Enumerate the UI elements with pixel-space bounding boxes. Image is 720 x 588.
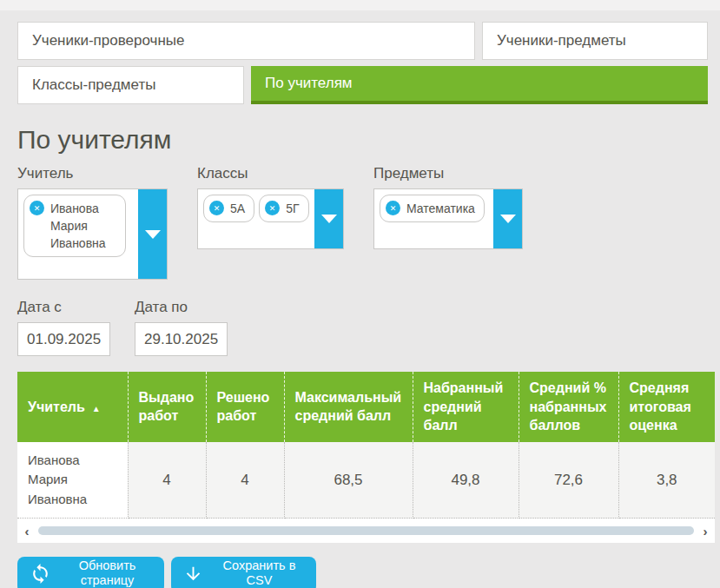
tab-students-tests[interactable]: Ученики-проверочные bbox=[17, 22, 475, 60]
subjects-multiselect[interactable]: ✕ Математика bbox=[373, 188, 523, 249]
sort-asc-icon: ▲ bbox=[92, 404, 101, 413]
table-header-row: Учитель▲ Выдано работ Решено работ Макси… bbox=[17, 372, 715, 442]
teacher-multiselect[interactable]: ✕ Иванова Мария Ивановна bbox=[17, 188, 168, 280]
teachers-report-table: Учитель▲ Выдано работ Решено работ Макси… bbox=[17, 372, 715, 543]
column-header-solved[interactable]: Решено работ bbox=[206, 372, 284, 442]
report-tabs: Ученики-проверочные Ученики-предметы Кла… bbox=[17, 22, 708, 104]
scroll-right-icon[interactable]: › bbox=[699, 524, 711, 538]
download-arrow-icon bbox=[183, 564, 203, 584]
classes-label: Классы bbox=[197, 165, 344, 182]
class-tag-label: 5А bbox=[230, 200, 245, 217]
refresh-icon bbox=[30, 563, 51, 585]
subjects-dropdown-button[interactable] bbox=[493, 189, 522, 248]
scrollbar-thumb[interactable] bbox=[38, 526, 694, 535]
cell-teacher-name: Иванова Мария Ивановна bbox=[17, 442, 128, 519]
cell-avg-percent: 72,6 bbox=[519, 442, 618, 519]
date-from-field: Дата с bbox=[17, 299, 110, 356]
classes-dropdown-button[interactable] bbox=[314, 189, 343, 248]
subject-tag-label: Математика bbox=[406, 200, 475, 217]
teacher-dropdown-button[interactable] bbox=[138, 189, 167, 279]
subjects-label: Предметы bbox=[373, 165, 523, 182]
table-row: Иванова Мария Ивановна 4 4 68,5 49,8 72,… bbox=[17, 442, 715, 519]
tab-classes-subjects[interactable]: Классы-предметы bbox=[17, 66, 244, 104]
remove-subject-tag-icon[interactable]: ✕ bbox=[386, 201, 400, 215]
remove-class-5a-tag-icon[interactable]: ✕ bbox=[209, 201, 224, 215]
remove-teacher-tag-icon[interactable]: ✕ bbox=[30, 201, 44, 215]
top-strip bbox=[0, 0, 720, 10]
page-title: По учителям bbox=[17, 125, 720, 155]
save-csv-button-label: Сохранить в CSV bbox=[215, 558, 304, 588]
class-tag: ✕ 5Г bbox=[259, 195, 308, 222]
scroll-left-icon[interactable]: ‹ bbox=[21, 524, 33, 538]
filter-classes: Классы ✕ 5А ✕ 5Г bbox=[197, 165, 344, 280]
cell-gained-avg-score: 49,8 bbox=[413, 442, 519, 519]
date-range-row: Дата с Дата по bbox=[17, 299, 720, 356]
remove-class-5g-tag-icon[interactable]: ✕ bbox=[265, 201, 280, 215]
column-header-issued[interactable]: Выдано работ bbox=[128, 372, 206, 442]
date-to-label: Дата по bbox=[135, 299, 228, 316]
cell-issued: 4 bbox=[128, 442, 206, 519]
chevron-down-icon bbox=[321, 215, 337, 223]
action-buttons-row: Обновить страницу Сохранить в CSV bbox=[17, 557, 720, 588]
chevron-down-icon bbox=[500, 215, 516, 223]
date-to-field: Дата по bbox=[135, 299, 228, 356]
class-tag: ✕ 5А bbox=[203, 195, 254, 222]
date-from-input[interactable] bbox=[17, 322, 110, 356]
refresh-page-button[interactable]: Обновить страницу bbox=[17, 557, 164, 588]
save-csv-button[interactable]: Сохранить в CSV bbox=[171, 557, 316, 588]
teacher-tag: ✕ Иванова Мария Ивановна bbox=[23, 195, 126, 257]
tab-by-teachers[interactable]: По учителям bbox=[251, 66, 708, 104]
date-to-input[interactable] bbox=[135, 322, 228, 356]
class-tag-label: 5Г bbox=[286, 200, 299, 217]
chevron-down-icon bbox=[145, 230, 161, 239]
column-header-label: Учитель bbox=[28, 400, 85, 414]
cell-solved: 4 bbox=[206, 442, 284, 519]
column-header-gained-avg-score[interactable]: Набранный средний балл bbox=[413, 372, 519, 442]
column-header-avg-percent[interactable]: Средний % набранных баллов bbox=[519, 372, 618, 442]
column-header-avg-final-grade[interactable]: Средняя итоговая оценка bbox=[618, 372, 715, 442]
column-header-teacher[interactable]: Учитель▲ bbox=[17, 372, 128, 442]
column-header-max-avg-score[interactable]: Максимальный средний балл bbox=[284, 372, 413, 442]
teacher-tag-label: Иванова Мария Ивановна bbox=[50, 200, 116, 252]
subject-tag: ✕ Математика bbox=[380, 195, 485, 222]
cell-max-avg-score: 68,5 bbox=[284, 442, 413, 519]
filter-subjects: Предметы ✕ Математика bbox=[373, 165, 523, 280]
cell-avg-final-grade: 3,8 bbox=[618, 442, 715, 519]
filter-teacher: Учитель ✕ Иванова Мария Ивановна bbox=[17, 165, 168, 280]
horizontal-scrollbar[interactable]: ‹ › bbox=[17, 519, 715, 543]
teacher-label: Учитель bbox=[17, 165, 168, 182]
refresh-button-label: Обновить страницу bbox=[63, 558, 152, 588]
filters-row: Учитель ✕ Иванова Мария Ивановна Классы … bbox=[17, 165, 720, 280]
classes-multiselect[interactable]: ✕ 5А ✕ 5Г bbox=[197, 188, 344, 249]
tab-students-subjects[interactable]: Ученики-предметы bbox=[482, 22, 708, 60]
date-from-label: Дата с bbox=[17, 299, 110, 316]
